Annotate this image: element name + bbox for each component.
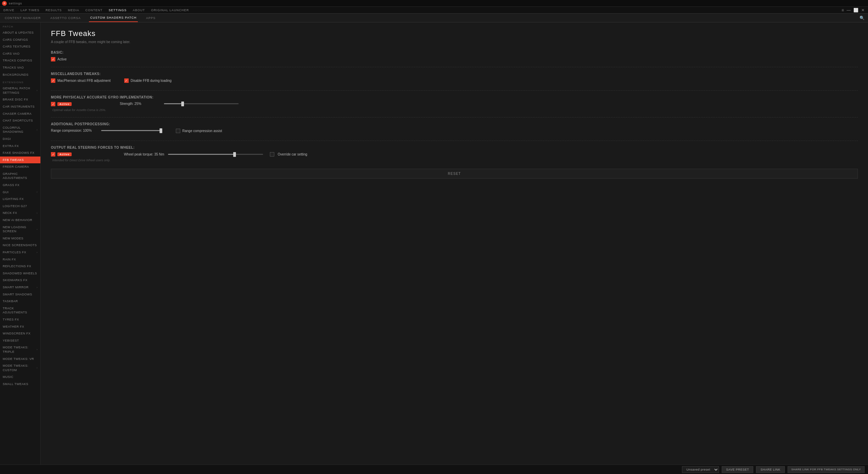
- wheel-torque-track[interactable]: [168, 154, 263, 155]
- nav-item-settings[interactable]: SETTINGS: [109, 8, 127, 12]
- range-compression-track[interactable]: [101, 130, 162, 131]
- sidebar-item-chat-shortcuts[interactable]: CHAT SHORTCUTS: [0, 117, 40, 124]
- sidebar-item-graphic-adjustments[interactable]: GRAPHIC ADJUSTMENTS: [0, 170, 40, 182]
- sidebar-item-fake-shadows[interactable]: FAKE SHADOWS FX: [0, 149, 40, 157]
- output-hint: Intended for Direct Drive Wheel users on…: [52, 159, 110, 162]
- search-icon[interactable]: 🔍: [860, 16, 865, 20]
- sidebar-item-new-modes[interactable]: NEW MODES: [0, 235, 40, 242]
- sidebar-item-mode-tweaks-custom[interactable]: MODE TWEAKS: CUSTOM ›: [0, 362, 40, 373]
- maximize-icon[interactable]: ⬜: [853, 8, 858, 13]
- sidebar-item-about-updates[interactable]: ABOUT & UPDATES: [0, 29, 40, 36]
- sidebar-item-logitech-g27[interactable]: LOGITECH G27: [0, 203, 40, 210]
- gyro-active-checkbox[interactable]: [51, 102, 55, 106]
- sidebar-item-mode-tweaks-triple[interactable]: MODE TWEAKS: TRIPLE ›: [0, 344, 40, 355]
- sidebar-item-music[interactable]: MUSIC: [0, 373, 40, 381]
- chevron-right-icon: ›: [37, 89, 38, 92]
- misc-label: Miscellaneous tweaks:: [51, 72, 858, 76]
- sidebar-item-gui[interactable]: GUI ›: [0, 189, 40, 196]
- menu-icon[interactable]: ≡: [842, 8, 844, 13]
- sidebar-item-new-loading-screen[interactable]: NEW LOADING SCREEN ›: [0, 224, 40, 235]
- sidebar-item-dxgi[interactable]: DXGI: [0, 135, 40, 143]
- basic-active-checkbox[interactable]: [51, 57, 55, 61]
- gyro-section: More physically accurate gyro implementa…: [51, 95, 858, 112]
- wheel-torque-fill: [168, 154, 235, 155]
- sidebar-item-rain-fx[interactable]: RAIN FX: [0, 256, 40, 263]
- sidebar-item-tyres-fx[interactable]: TYRES FX: [0, 316, 40, 323]
- tab-apps[interactable]: APPS: [145, 14, 157, 22]
- sidebar-item-backgrounds[interactable]: BACKGROUNDS: [0, 71, 40, 78]
- override-checkbox[interactable]: [270, 152, 274, 157]
- range-compression-thumb[interactable]: [160, 128, 162, 133]
- sidebar-item-cars-vao[interactable]: CARS VAO: [0, 50, 40, 57]
- sidebar-item-grass-fx[interactable]: GRASS FX: [0, 182, 40, 189]
- gyro-strength-thumb[interactable]: [181, 102, 184, 106]
- gyro-strength-row: Strength: 25%: [120, 102, 239, 106]
- range-assist-checkbox[interactable]: [176, 129, 180, 133]
- sidebar-item-chaser-camera[interactable]: CHASER CAMERA: [0, 110, 40, 117]
- tab-content-manager[interactable]: CONTENT MANAGER: [3, 14, 42, 22]
- tab-assetto-corsa[interactable]: ASSETTO CORSA: [49, 14, 82, 22]
- sidebar-item-tracks-configs[interactable]: TRACKS CONFIGS: [0, 57, 40, 64]
- sidebar-item-brake-disc-fx[interactable]: BRAKE DISC FX: [0, 96, 40, 103]
- sidebar-item-windscreen-fx[interactable]: WINDSCREEN FX: [0, 330, 40, 337]
- nav-item-content[interactable]: CONTENT: [86, 8, 103, 12]
- sidebar-item-nice-screenshots[interactable]: NICE SCREENSHOTS: [0, 242, 40, 249]
- top-nav-left: DRIVE LAP TIMES RESULTS MEDIA CONTENT SE…: [3, 8, 189, 12]
- sidebar-item-track-adjustments[interactable]: TRACK ADJUSTMENTS: [0, 305, 40, 316]
- chevron-right-icon-2: ›: [37, 128, 38, 132]
- sidebar-item-smart-shadows[interactable]: SMART SHADOWS: [0, 291, 40, 298]
- reset-button[interactable]: Reset: [51, 169, 858, 179]
- sidebar-item-car-instruments[interactable]: CAR INSTRUMENTS: [0, 103, 40, 110]
- nav-item-about[interactable]: ABOUT: [133, 8, 145, 12]
- sidebar-item-taskbar[interactable]: TASKBAR: [0, 298, 40, 305]
- sidebar-item-general-patch[interactable]: GENERAL PATCH SETTINGS ›: [0, 85, 40, 96]
- content-area: FFB Tweaks A couple of FFB tweaks, more …: [41, 22, 868, 471]
- disable-ffb-checkbox[interactable]: [124, 78, 129, 83]
- sidebar-item-colorful-shadowing[interactable]: COLORFUL SHADOWING ›: [0, 124, 40, 135]
- nav-item-laptimes[interactable]: LAP TIMES: [21, 8, 40, 12]
- save-preset-button[interactable]: Save preset: [722, 466, 753, 473]
- output-active-row: Active: [51, 152, 110, 157]
- preset-select[interactable]: Unsaved preset: [682, 466, 719, 473]
- sidebar-item-freer-camera[interactable]: FREER CAMERA: [0, 163, 40, 170]
- sidebar-item-skidmarks-fx[interactable]: SKIDMARKS FX: [0, 277, 40, 284]
- reset-label: Reset: [448, 172, 461, 176]
- output-section: Output real steering forces to wheel: Ac…: [51, 146, 858, 162]
- output-active-checkbox[interactable]: [51, 152, 55, 157]
- share-link-button[interactable]: Share link: [756, 466, 785, 473]
- close-icon[interactable]: ✕: [861, 8, 865, 13]
- nav-item-drive[interactable]: DRIVE: [3, 8, 15, 12]
- sidebar-item-extra-fx[interactable]: EXTRA FX: [0, 143, 40, 150]
- sidebar-item-tracks-vao[interactable]: TRACKS VAO: [0, 64, 40, 71]
- gyro-strength-fill: [164, 103, 183, 104]
- sidebar-item-lighting-fx[interactable]: LIGHTING FX: [0, 196, 40, 203]
- app-title: settings: [9, 2, 22, 5]
- output-active-badge: Active: [57, 152, 72, 156]
- sidebar-item-particles-fx[interactable]: PARTICLES FX ›: [0, 249, 40, 256]
- gyro-strength-track[interactable]: [164, 103, 239, 104]
- sidebar-item-shadowed-wheels[interactable]: SHADOWED WHEELS: [0, 270, 40, 277]
- nav-item-original-launcher[interactable]: ORIGINAL LAUNCHER: [151, 8, 189, 12]
- sidebar-item-cars-configs[interactable]: CARS CONFIGS: [0, 36, 40, 43]
- share-ffb-link-button[interactable]: Share link for FFB Tweaks settings only: [788, 466, 865, 473]
- chevron-right-icon-5: ›: [37, 227, 38, 231]
- tab-custom-shaders-patch[interactable]: CUSTOM SHADERS PATCH: [89, 14, 138, 22]
- macpherson-checkbox[interactable]: [51, 78, 55, 83]
- top-nav: DRIVE LAP TIMES RESULTS MEDIA CONTENT SE…: [0, 7, 868, 14]
- window-controls: ≡ — ⬜ ✕: [842, 8, 865, 13]
- sidebar-item-neck-fx[interactable]: NECK FX ›: [0, 209, 40, 217]
- sidebar-item-new-ai-behavior[interactable]: NEW AI BEHAVIOR: [0, 217, 40, 224]
- minimize-icon[interactable]: —: [847, 8, 851, 13]
- sidebar-item-small-tweaks[interactable]: SMALL TWEAKS: [0, 381, 40, 388]
- nav-item-results[interactable]: RESULTS: [45, 8, 62, 12]
- sidebar-item-mode-tweaks-vr[interactable]: MODE TWEAKS: VR: [0, 356, 40, 363]
- sidebar-item-smart-mirror[interactable]: SMART MIRROR ›: [0, 284, 40, 291]
- sidebar-item-reflections-fx[interactable]: REFLECTIONS FX: [0, 263, 40, 270]
- sidebar-item-ffb-tweaks[interactable]: FFB TWEAKS: [0, 157, 40, 164]
- sidebar-item-weather-fx[interactable]: WEATHER FX: [0, 323, 40, 330]
- nav-item-media[interactable]: MEDIA: [68, 8, 79, 12]
- sidebar-item-yebisest[interactable]: YEBISEST: [0, 337, 40, 344]
- sidebar-item-cars-textures[interactable]: CARS TEXTURES: [0, 43, 40, 50]
- chevron-right-icon-4: ›: [37, 211, 38, 215]
- wheel-torque-thumb[interactable]: [233, 152, 236, 157]
